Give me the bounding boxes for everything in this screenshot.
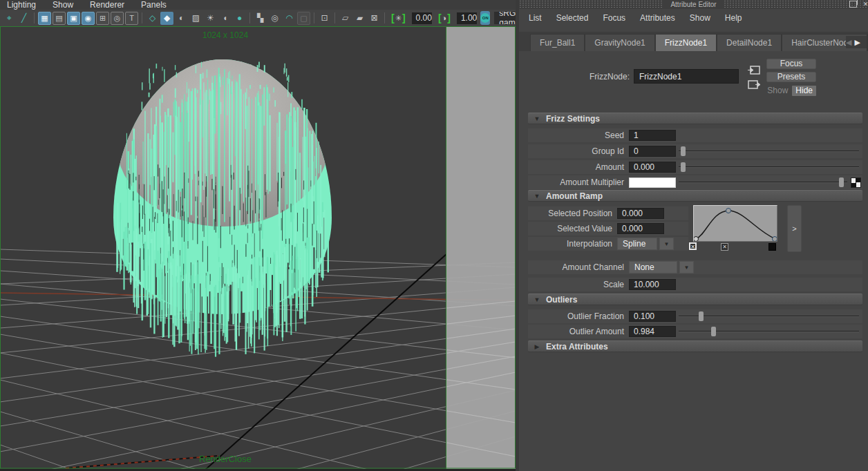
seed-label: Seed [528, 131, 629, 140]
color-management-toggle[interactable]: ON [480, 11, 490, 25]
interpolation-dropdown[interactable]: Spline [617, 238, 657, 250]
amount-channel-dropdown[interactable]: None [629, 261, 677, 273]
group-id-field[interactable]: 0 [629, 146, 676, 157]
anti-aliasing-icon[interactable]: ▚ [254, 12, 267, 25]
section-title: Amount Ramp [546, 191, 603, 201]
exposure-icon[interactable]: ✳ [388, 12, 408, 24]
ramp-expand-button[interactable]: > [787, 205, 802, 252]
selected-value-field[interactable]: 0.000 [617, 223, 664, 234]
output-connections-icon[interactable] [747, 79, 761, 90]
show-button[interactable]: Show [764, 86, 791, 96]
section-open-icon: ▼ [528, 193, 546, 200]
presets-button[interactable]: Presets [766, 72, 816, 82]
xray-joints-icon[interactable]: ▰ [353, 12, 366, 25]
outlier-fraction-field[interactable]: 0.100 [629, 311, 676, 322]
tab-scroll-left-icon[interactable]: ◀ [846, 38, 851, 47]
resolution-gate-icon[interactable]: ▣ [67, 12, 80, 25]
field-chart-icon[interactable]: ⊞ [96, 12, 109, 25]
section-extra-attributes[interactable]: ▶ Extra Attributes [528, 340, 862, 352]
gamma-input[interactable]: 1.00 [457, 12, 477, 24]
input-connections-icon[interactable] [747, 65, 761, 75]
row-seed: Seed 1 [528, 128, 862, 142]
wireframe-on-shaded-icon[interactable]: ◐ [175, 12, 188, 25]
menu-renderer[interactable]: Renderer [90, 1, 124, 9]
amount-channel-label: Amount Channel [528, 262, 629, 272]
menu-panels[interactable]: Panels [141, 1, 167, 9]
focus-button[interactable]: Focus [766, 59, 816, 69]
tab-gravitynode1[interactable]: GravityNode1 [585, 34, 654, 51]
gamma-icon[interactable]: ◑ [435, 12, 453, 24]
depth-of-field-icon[interactable]: ◎ [268, 12, 281, 25]
seed-field[interactable]: 1 [629, 130, 676, 141]
section-frizz-settings[interactable]: ▼ Frizz Settings [528, 113, 862, 124]
colorspace-select[interactable]: sRGB gamm [494, 12, 516, 24]
ramp-point-0[interactable] [694, 237, 699, 242]
tab-frizznode1[interactable]: FrizzNode1 [655, 34, 717, 51]
menu-show[interactable]: Show [53, 1, 73, 9]
outlier-amount-slider[interactable] [679, 327, 859, 336]
row-amount-channel: Amount Channel None ▼ [528, 260, 862, 274]
selected-position-field[interactable]: 0.000 [617, 208, 664, 219]
amount-slider[interactable] [679, 162, 859, 172]
viewport-panel: Lighting Show Renderer Panels ⌖ ╱ ▦ ▤ ▣ … [0, 0, 516, 471]
pop-out-window-icon[interactable] [849, 1, 857, 8]
exposure-input[interactable]: 0.00 [412, 12, 432, 24]
section-outliers[interactable]: ▼ Outliers [528, 294, 862, 305]
scale-field[interactable]: 10.000 [629, 279, 676, 290]
gate-mask-icon[interactable]: ◉ [82, 12, 95, 25]
interpolation-label: Interpolation [528, 239, 617, 249]
ramp-point-2[interactable] [773, 237, 777, 242]
ramp-point-1[interactable] [726, 209, 731, 213]
node-name-field[interactable]: FrizzNode1 [634, 69, 739, 84]
viewport-3d[interactable]: 1024 x 1024 RenderClose [0, 26, 516, 469]
frame-icon[interactable]: ▢ [297, 12, 310, 25]
xray-icon[interactable]: ▱ [339, 12, 352, 25]
film-gate-icon[interactable]: ▤ [53, 12, 66, 25]
grease-pencil-icon[interactable]: ╱ [17, 12, 30, 25]
ramp-marker-end[interactable] [768, 243, 776, 251]
ramp-marker-selected[interactable]: ✕ [689, 242, 697, 250]
texture-map-icon[interactable] [851, 177, 861, 188]
menu-help[interactable]: Help [725, 13, 742, 23]
row-amount-multiplier: Amount Multiplier [528, 175, 862, 189]
select-camera-icon[interactable]: ⌖ [3, 12, 16, 25]
menu-show[interactable]: Show [690, 13, 710, 23]
amount-ramp-widget[interactable] [693, 205, 777, 242]
ambient-occlusion-icon[interactable]: ● [233, 12, 246, 25]
safe-title-icon[interactable]: T [125, 12, 138, 25]
group-id-slider[interactable] [679, 146, 859, 156]
use-all-lights-icon[interactable]: ☀ [204, 12, 217, 25]
textured-icon[interactable]: ▨ [189, 12, 202, 25]
outlier-fraction-slider[interactable] [679, 311, 859, 321]
tab-scroll-right-icon[interactable]: ▶ [854, 38, 860, 47]
close-icon[interactable]: ✕ [862, 1, 868, 8]
section-amount-ramp[interactable]: ▼ Amount Ramp [528, 190, 862, 202]
tab-fur-ball1[interactable]: Fur_Ball1 [530, 34, 585, 51]
chevron-down-icon[interactable]: ▼ [659, 238, 674, 250]
grid-icon[interactable]: ▦ [38, 12, 51, 25]
amount-multiplier-swatch[interactable] [629, 177, 676, 188]
amount-field[interactable]: 0.000 [629, 162, 676, 173]
shadows-icon[interactable]: ◖ [218, 12, 232, 25]
attribute-editor-titlebar[interactable]: Attribute Editor [519, 0, 868, 9]
hide-button[interactable]: Hide [792, 86, 816, 96]
menu-attributes[interactable]: Attributes [640, 13, 675, 23]
tab-detailnode1[interactable]: DetailNode1 [717, 34, 782, 51]
shaded-icon[interactable]: ◆ [160, 12, 173, 25]
ramp-marker[interactable]: ✕ [721, 243, 728, 251]
toolbar-separator [142, 12, 142, 23]
node-tabs: Fur_Ball1 GravityNode1 FrizzNode1 Detail… [519, 32, 868, 51]
menu-lighting[interactable]: Lighting [7, 1, 36, 9]
wireframe-icon[interactable]: ◇ [146, 12, 159, 25]
safe-action-icon[interactable]: ◎ [111, 12, 124, 25]
snapshot-icon[interactable]: ⊠ [368, 12, 381, 25]
menu-selected[interactable]: Selected [556, 13, 589, 23]
menu-focus[interactable]: Focus [603, 13, 625, 23]
resolution-label: 1024 x 1024 [202, 30, 248, 40]
menu-list[interactable]: List [529, 13, 542, 23]
outlier-amount-field[interactable]: 0.984 [629, 326, 676, 337]
chevron-down-icon[interactable]: ▼ [679, 261, 694, 273]
motion-blur-icon[interactable]: ◠ [283, 12, 296, 25]
amount-multiplier-slider[interactable] [679, 177, 847, 187]
isolate-select-icon[interactable]: ⊡ [318, 12, 331, 25]
